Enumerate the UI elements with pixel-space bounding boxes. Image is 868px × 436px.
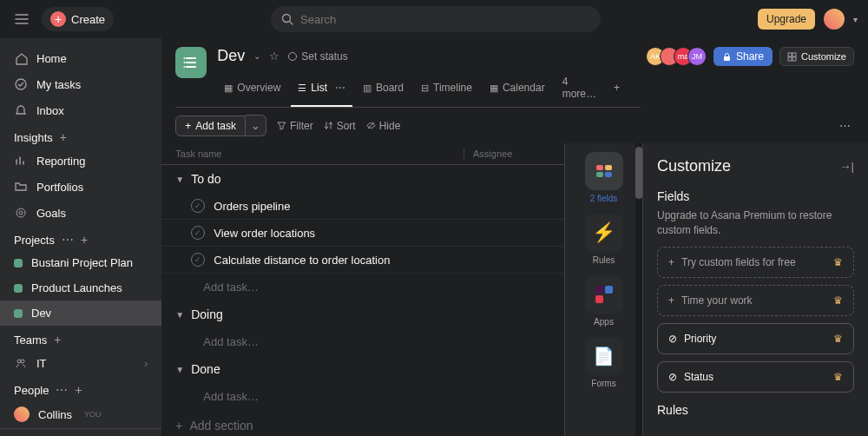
field-card-time-your-work[interactable]: +Time your work♛	[657, 285, 854, 316]
member-avatars[interactable]: AKmaJM	[651, 47, 707, 66]
project-product-launches[interactable]: Product Launches	[0, 275, 161, 301]
tab-list[interactable]: ☰List⋯	[291, 70, 352, 107]
create-button[interactable]: + Create	[42, 7, 114, 31]
search-input-container[interactable]	[271, 6, 601, 32]
sort-button[interactable]: Sort	[324, 120, 356, 132]
complete-task-icon[interactable]: ✓	[191, 226, 205, 240]
dots-icon[interactable]: ⋯	[335, 82, 345, 94]
customize-button[interactable]: Customize	[779, 47, 854, 66]
person-collins[interactable]: CollinsYOU	[0, 400, 161, 428]
premium-badge-icon: ♛	[833, 294, 843, 307]
circle-icon: ⊘	[668, 333, 677, 345]
chevron-down-icon: ▼	[175, 310, 184, 320]
insights-header[interactable]: Insights +	[0, 123, 161, 148]
tab-more[interactable]: 4 more…	[556, 70, 603, 107]
add-task-button[interactable]: + Add task	[175, 116, 246, 136]
column-task-name[interactable]: Task name	[175, 149, 464, 159]
help-button[interactable]: ? Help	[82, 429, 162, 436]
chevron-down-icon[interactable]: ⌄	[253, 51, 260, 61]
search-input[interactable]	[300, 13, 590, 26]
add-task-inline[interactable]: Add task…	[161, 383, 564, 410]
search-icon	[281, 13, 293, 25]
project-dev[interactable]: Dev	[0, 301, 161, 326]
filter-button[interactable]: Filter	[277, 120, 313, 132]
add-task-inline[interactable]: Add task…	[161, 274, 564, 301]
project-title[interactable]: Dev	[217, 47, 245, 65]
rail-scrollbar[interactable]	[635, 143, 642, 436]
user-avatar[interactable]	[824, 9, 845, 30]
nav-goals[interactable]: Goals	[0, 200, 161, 226]
plus-icon[interactable]: +	[75, 383, 82, 397]
svg-rect-15	[792, 53, 796, 56]
field-card-status[interactable]: ⊘Status♛	[657, 361, 854, 393]
people-header[interactable]: People ⋯ +	[0, 376, 161, 400]
team-icon	[14, 356, 28, 370]
team-it[interactable]: IT›	[0, 350, 161, 376]
plus-icon: +	[185, 120, 191, 132]
task-row[interactable]: ✓Calculate distance to order location	[161, 247, 564, 274]
plus-icon[interactable]: +	[60, 130, 67, 144]
hide-button[interactable]: Hide	[366, 120, 401, 132]
nav-my-tasks[interactable]: My tasks	[0, 71, 161, 97]
tab-board[interactable]: ▥Board	[356, 70, 411, 107]
right-rail: 2 fields⚡RulesApps📄Forms	[564, 143, 642, 436]
rail-fields[interactable]: 2 fields	[585, 152, 623, 203]
circle-icon: ⊘	[668, 371, 677, 383]
member-avatar[interactable]: JM	[687, 47, 707, 66]
star-icon[interactable]: ☆	[269, 50, 279, 63]
svg-point-3	[19, 211, 23, 215]
task-row[interactable]: ✓Orders pipeline	[161, 193, 564, 220]
projects-header[interactable]: Projects ⋯ +	[0, 226, 161, 250]
collapse-icon[interactable]: →|	[840, 160, 854, 173]
field-card-try-custom-fields-for-free[interactable]: +Try custom fields for free♛	[657, 247, 854, 278]
dots-icon[interactable]: ⋯	[56, 383, 68, 397]
section-to-do[interactable]: ▼To do	[161, 165, 564, 193]
rail-apps[interactable]: Apps	[585, 275, 623, 327]
nav-portfolios[interactable]: Portfolios	[0, 174, 161, 200]
tab-calendar[interactable]: ▦Calendar	[483, 70, 552, 107]
add-section-button[interactable]: + Add section	[161, 410, 564, 436]
nav-home[interactable]: Home	[0, 45, 161, 71]
share-button[interactable]: Share	[713, 47, 773, 66]
rail-forms[interactable]: 📄Forms	[585, 337, 623, 388]
grid-icon: ▦	[224, 83, 233, 94]
tab-overview[interactable]: ▦Overview	[217, 70, 287, 107]
chevron-down-icon[interactable]: ▾	[853, 15, 858, 24]
project-bustani-project-plan[interactable]: Bustani Project Plan	[0, 250, 161, 275]
project-color-icon	[14, 309, 23, 318]
section-doing[interactable]: ▼Doing	[161, 301, 564, 328]
rail-rules[interactable]: ⚡Rules	[585, 214, 623, 265]
nav-reporting[interactable]: Reporting	[0, 148, 161, 174]
svg-point-4	[17, 360, 21, 363]
task-row[interactable]: ✓View order locations	[161, 220, 564, 247]
bell-icon	[14, 103, 28, 117]
section-done[interactable]: ▼Done	[161, 355, 564, 383]
plus-icon[interactable]: +	[54, 333, 61, 347]
menu-toggle[interactable]	[10, 8, 33, 30]
filter-icon	[277, 121, 286, 130]
add-tab-button[interactable]: +	[607, 70, 627, 107]
sort-icon	[324, 121, 333, 130]
plus-icon[interactable]: +	[81, 233, 88, 247]
project-color-icon	[14, 259, 23, 268]
more-options-button[interactable]: ⋯	[836, 116, 854, 135]
apps-icon	[585, 275, 623, 314]
home-icon	[14, 51, 28, 65]
invite-button[interactable]: Invite	[0, 429, 81, 436]
field-card-priority[interactable]: ⊘Priority♛	[657, 323, 854, 354]
fields-section-title: Fields	[657, 189, 854, 203]
lock-icon	[722, 52, 732, 62]
nav-inbox[interactable]: Inbox	[0, 97, 161, 123]
upgrade-button[interactable]: Upgrade	[758, 9, 815, 30]
complete-task-icon[interactable]: ✓	[191, 253, 205, 267]
tab-timeline[interactable]: ⊟Timeline	[414, 70, 479, 107]
add-task-inline[interactable]: Add task…	[161, 328, 564, 355]
task-title: Calculate distance to order location	[214, 254, 390, 267]
calendar-icon: ▦	[490, 83, 498, 94]
complete-task-icon[interactable]: ✓	[191, 199, 205, 213]
dots-icon[interactable]: ⋯	[62, 233, 74, 247]
add-task-dropdown[interactable]: ⌄	[246, 115, 266, 136]
column-assignee[interactable]: Assignee	[464, 149, 550, 159]
set-status-button[interactable]: Set status	[288, 50, 347, 63]
teams-header[interactable]: Teams +	[0, 326, 161, 350]
